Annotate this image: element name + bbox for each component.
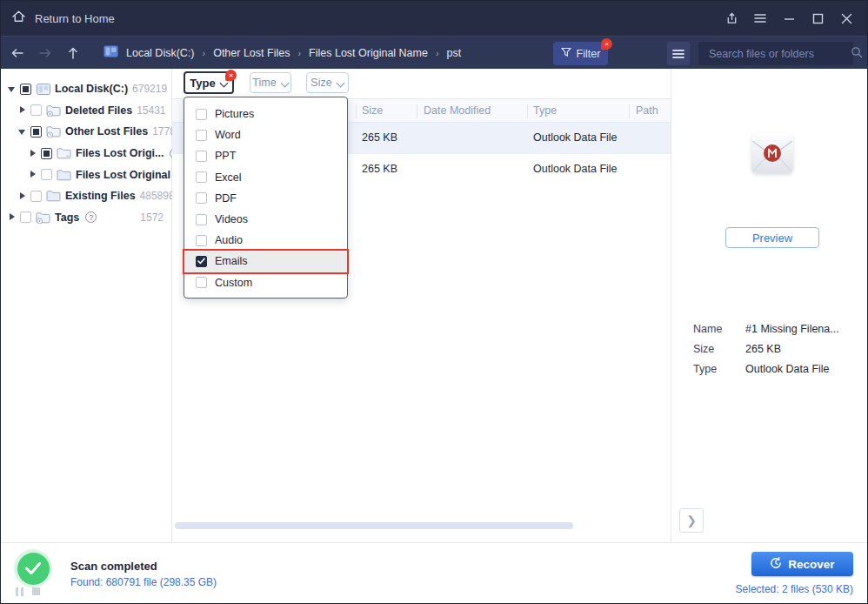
detail-value: Outlook Data File bbox=[745, 363, 830, 375]
filter-option-label: Pictures bbox=[215, 108, 254, 120]
filter-option-pictures[interactable]: Pictures bbox=[184, 104, 347, 124]
return-home-button[interactable]: Return to Home bbox=[1, 10, 115, 27]
type-filter-dropdown: Pictures Word PPT Excel PDF Videos bbox=[184, 97, 348, 299]
minimize-icon[interactable] bbox=[778, 8, 799, 29]
back-icon[interactable] bbox=[6, 42, 29, 64]
expand-icon[interactable] bbox=[8, 213, 16, 221]
expand-icon[interactable] bbox=[29, 171, 37, 178]
column-header-size[interactable]: Size bbox=[362, 104, 383, 117]
time-filter-button[interactable]: Time bbox=[250, 72, 291, 93]
cell-type: Outlook Data File bbox=[533, 163, 618, 175]
sidebar-item-label: Local Disk(C:) bbox=[55, 83, 128, 95]
filter-button[interactable]: Filter bbox=[553, 42, 608, 65]
horizontal-scrollbar[interactable] bbox=[175, 522, 573, 529]
folder-star-icon bbox=[57, 147, 71, 160]
column-header-type[interactable]: Type bbox=[533, 104, 557, 117]
checkbox-empty[interactable] bbox=[196, 192, 207, 204]
preview-panel: Preview Name #1 Missing Filena... Size 2… bbox=[671, 69, 868, 542]
filter-option-emails[interactable]: Emails bbox=[184, 251, 347, 272]
checkbox-partial[interactable] bbox=[20, 84, 31, 95]
sidebar-item-other-lost-files[interactable]: Other Lost Files 177890 bbox=[1, 121, 171, 143]
type-filter-badge bbox=[225, 70, 237, 81]
breadcrumb-item[interactable]: Other Lost Files bbox=[213, 47, 290, 59]
checkbox-empty[interactable] bbox=[196, 214, 207, 225]
checkbox-partial[interactable] bbox=[30, 126, 42, 138]
checkbox-empty[interactable] bbox=[20, 211, 31, 223]
sidebar-item-existing-files[interactable]: Existing Files 485898 bbox=[1, 185, 171, 207]
search-box[interactable] bbox=[698, 42, 853, 65]
recover-icon bbox=[770, 557, 782, 572]
detail-row-size: Size 265 KB bbox=[671, 339, 868, 359]
view-options-button[interactable] bbox=[667, 42, 690, 65]
sidebar-item-local-disk[interactable]: Local Disk(C:) 679219 bbox=[1, 78, 171, 100]
upgrade-icon[interactable] bbox=[721, 8, 742, 29]
maximize-icon[interactable] bbox=[807, 8, 828, 29]
search-icon[interactable] bbox=[851, 46, 863, 62]
breadcrumb-item[interactable]: Files Lost Original Name bbox=[309, 47, 428, 59]
breadcrumb-item[interactable]: Local Disk(C:) bbox=[126, 47, 195, 59]
breadcrumb: Local Disk(C:) Other Lost Files Files Lo… bbox=[103, 45, 461, 61]
recover-button-label: Recover bbox=[788, 558, 834, 571]
folder-tag-icon bbox=[36, 211, 50, 224]
checkbox-empty[interactable] bbox=[41, 169, 52, 180]
checkbox-checked[interactable] bbox=[196, 256, 207, 267]
checkbox-empty[interactable] bbox=[196, 130, 207, 141]
checkbox-empty[interactable] bbox=[196, 235, 207, 246]
up-icon[interactable] bbox=[62, 42, 84, 64]
preview-button[interactable]: Preview bbox=[725, 227, 819, 248]
navigation-bar: Local Disk(C:) Other Lost Files Files Lo… bbox=[1, 36, 867, 69]
help-icon[interactable] bbox=[85, 211, 97, 223]
expand-icon[interactable] bbox=[18, 192, 26, 200]
item-count: 1572 bbox=[140, 211, 171, 224]
checkbox-empty[interactable] bbox=[30, 104, 42, 116]
collapse-icon[interactable] bbox=[8, 85, 16, 93]
checkbox-empty[interactable] bbox=[196, 109, 207, 120]
type-filter-button[interactable]: Type bbox=[184, 71, 234, 94]
checkbox-partial[interactable] bbox=[41, 148, 52, 159]
app-menu-icon[interactable] bbox=[750, 8, 771, 29]
sidebar-item-files-lost-original-name[interactable]: Files Lost Origi... 177606 bbox=[1, 143, 171, 164]
filter-option-ppt[interactable]: PPT bbox=[184, 145, 347, 166]
filter-option-videos[interactable]: Videos bbox=[184, 209, 347, 230]
filter-label: Filter bbox=[577, 48, 601, 60]
recover-button[interactable]: Recover bbox=[751, 552, 853, 576]
search-input[interactable] bbox=[707, 47, 851, 61]
checkbox-empty[interactable] bbox=[196, 151, 207, 162]
next-file-button[interactable] bbox=[679, 508, 704, 533]
checkbox-empty[interactable] bbox=[196, 171, 207, 183]
breadcrumb-item[interactable]: pst bbox=[447, 47, 462, 59]
return-home-label: Return to Home bbox=[35, 12, 115, 25]
sidebar-item-label: Other Lost Files bbox=[65, 125, 148, 138]
close-icon[interactable] bbox=[836, 8, 857, 29]
chevron-right-icon bbox=[436, 48, 439, 58]
filter-option-custom[interactable]: Custom bbox=[184, 272, 347, 293]
sidebar-item-tags[interactable]: Tags 1572 bbox=[1, 207, 171, 229]
pause-icon[interactable] bbox=[16, 587, 24, 596]
chevron-down-icon bbox=[337, 79, 344, 86]
column-header-path[interactable]: Path bbox=[636, 104, 658, 117]
filter-option-excel[interactable]: Excel bbox=[184, 167, 347, 188]
disk-icon bbox=[103, 45, 118, 61]
sidebar-item-files-lost-original-directory[interactable]: Files Lost Original Dire... 284 bbox=[1, 164, 171, 185]
disk-icon bbox=[36, 83, 50, 96]
forward-icon[interactable] bbox=[34, 42, 57, 64]
collapse-icon[interactable] bbox=[18, 128, 26, 136]
expand-icon[interactable] bbox=[29, 150, 37, 158]
detail-row-type: Type Outlook Data File bbox=[671, 359, 868, 379]
filter-option-pdf[interactable]: PDF bbox=[184, 188, 347, 209]
filter-option-word[interactable]: Word bbox=[184, 124, 347, 145]
scan-status-icon bbox=[14, 549, 52, 587]
checkbox-empty[interactable] bbox=[196, 277, 207, 288]
filter-option-audio[interactable]: Audio bbox=[184, 230, 347, 251]
sidebar-item-deleted-files[interactable]: Deleted Files 15431 bbox=[1, 100, 171, 122]
filter-option-label: Emails bbox=[215, 255, 248, 267]
column-header-date-modified[interactable]: Date Modified bbox=[424, 104, 491, 117]
title-bar: Return to Home bbox=[1, 1, 867, 36]
size-filter-button[interactable]: Size bbox=[306, 72, 349, 93]
expand-icon[interactable] bbox=[18, 106, 26, 114]
scan-status-title: Scan completed bbox=[70, 560, 157, 573]
sidebar-item-label: Files Lost Origi... bbox=[76, 147, 164, 159]
checkbox-empty[interactable] bbox=[30, 191, 42, 202]
funnel-icon bbox=[561, 47, 571, 60]
stop-icon[interactable] bbox=[32, 587, 40, 595]
